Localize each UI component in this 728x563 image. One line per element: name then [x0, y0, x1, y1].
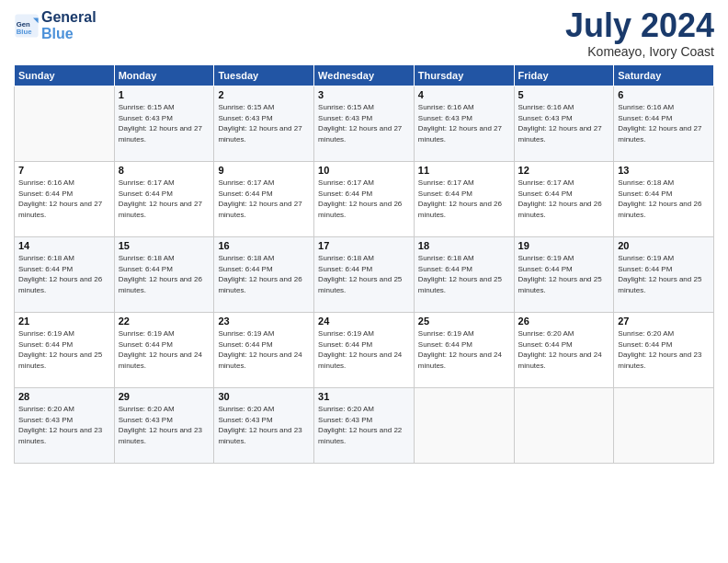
day-number: 29	[119, 391, 210, 402]
day-info: Sunrise: 6:19 AMSunset: 6:44 PMDaylight:…	[518, 253, 610, 295]
calendar-cell: 28Sunrise: 6:20 AMSunset: 6:43 PMDayligh…	[15, 388, 115, 464]
day-number: 3	[318, 89, 410, 100]
calendar-cell: 31Sunrise: 6:20 AMSunset: 6:43 PMDayligh…	[314, 388, 415, 464]
day-info: Sunrise: 6:15 AMSunset: 6:43 PMDaylight:…	[119, 102, 210, 144]
day-header-thursday: Thursday	[414, 65, 514, 86]
calendar-cell: 11Sunrise: 6:17 AMSunset: 6:44 PMDayligh…	[414, 162, 514, 237]
calendar-cell: 26Sunrise: 6:20 AMSunset: 6:44 PMDayligh…	[514, 313, 614, 388]
day-number: 18	[418, 240, 510, 251]
calendar-cell: 29Sunrise: 6:20 AMSunset: 6:43 PMDayligh…	[114, 388, 214, 464]
day-info: Sunrise: 6:20 AMSunset: 6:43 PMDaylight:…	[318, 404, 410, 446]
calendar-week-4: 21Sunrise: 6:19 AMSunset: 6:44 PMDayligh…	[15, 313, 714, 388]
day-number: 31	[318, 391, 410, 402]
day-number: 19	[518, 240, 610, 251]
calendar-cell: 2Sunrise: 6:15 AMSunset: 6:43 PMDaylight…	[214, 86, 314, 162]
calendar-cell: 10Sunrise: 6:17 AMSunset: 6:44 PMDayligh…	[314, 162, 415, 237]
day-info: Sunrise: 6:18 AMSunset: 6:44 PMDaylight:…	[418, 253, 510, 295]
calendar-cell: 27Sunrise: 6:20 AMSunset: 6:44 PMDayligh…	[614, 313, 714, 388]
calendar-cell: 14Sunrise: 6:18 AMSunset: 6:44 PMDayligh…	[15, 237, 115, 313]
day-info: Sunrise: 6:20 AMSunset: 6:44 PMDaylight:…	[518, 328, 610, 371]
day-info: Sunrise: 6:15 AMSunset: 6:43 PMDaylight:…	[218, 102, 310, 144]
day-info: Sunrise: 6:17 AMSunset: 6:44 PMDaylight:…	[518, 178, 610, 220]
day-number: 22	[119, 316, 210, 327]
day-number: 11	[418, 165, 510, 176]
calendar-cell: 3Sunrise: 6:15 AMSunset: 6:43 PMDaylight…	[314, 86, 415, 162]
calendar-week-5: 28Sunrise: 6:20 AMSunset: 6:43 PMDayligh…	[15, 388, 714, 464]
day-info: Sunrise: 6:18 AMSunset: 6:44 PMDaylight:…	[618, 178, 710, 220]
day-number: 23	[218, 316, 310, 327]
logo: Gen Blue General Blue	[14, 9, 97, 41]
calendar-cell: 13Sunrise: 6:18 AMSunset: 6:44 PMDayligh…	[614, 162, 714, 237]
day-number: 24	[318, 316, 410, 327]
day-info: Sunrise: 6:16 AMSunset: 6:43 PMDaylight:…	[518, 102, 610, 144]
day-info: Sunrise: 6:18 AMSunset: 6:44 PMDaylight:…	[119, 253, 210, 295]
calendar-cell	[414, 388, 514, 464]
calendar-cell: 15Sunrise: 6:18 AMSunset: 6:44 PMDayligh…	[114, 237, 214, 313]
calendar-cell: 16Sunrise: 6:18 AMSunset: 6:44 PMDayligh…	[214, 237, 314, 313]
day-info: Sunrise: 6:16 AMSunset: 6:44 PMDaylight:…	[618, 102, 710, 144]
svg-text:Blue: Blue	[17, 28, 32, 36]
day-number: 6	[618, 89, 710, 100]
logo-text-line2: Blue	[41, 26, 97, 42]
day-info: Sunrise: 6:15 AMSunset: 6:43 PMDaylight:…	[318, 102, 410, 144]
day-number: 14	[18, 240, 110, 251]
day-number: 21	[18, 316, 110, 327]
day-number: 25	[418, 316, 510, 327]
day-number: 15	[119, 240, 210, 251]
day-info: Sunrise: 6:17 AMSunset: 6:44 PMDaylight:…	[418, 178, 510, 220]
day-info: Sunrise: 6:18 AMSunset: 6:44 PMDaylight:…	[218, 253, 310, 295]
calendar-cell: 5Sunrise: 6:16 AMSunset: 6:43 PMDaylight…	[514, 86, 614, 162]
calendar-cell: 8Sunrise: 6:17 AMSunset: 6:44 PMDaylight…	[114, 162, 214, 237]
day-info: Sunrise: 6:19 AMSunset: 6:44 PMDaylight:…	[119, 328, 210, 371]
day-header-wednesday: Wednesday	[314, 65, 415, 86]
calendar-cell: 18Sunrise: 6:18 AMSunset: 6:44 PMDayligh…	[414, 237, 514, 313]
day-number: 13	[618, 165, 710, 176]
day-info: Sunrise: 6:19 AMSunset: 6:44 PMDaylight:…	[618, 253, 710, 295]
day-number: 30	[218, 391, 310, 402]
calendar-cell: 21Sunrise: 6:19 AMSunset: 6:44 PMDayligh…	[15, 313, 115, 388]
calendar-header-row: SundayMondayTuesdayWednesdayThursdayFrid…	[15, 65, 714, 86]
title-block: July 2024 Komeayo, Ivory Coast	[565, 9, 714, 59]
day-number: 16	[218, 240, 310, 251]
calendar-cell: 1Sunrise: 6:15 AMSunset: 6:43 PMDaylight…	[114, 86, 214, 162]
day-number: 27	[618, 316, 710, 327]
day-number: 1	[119, 89, 210, 100]
day-header-sunday: Sunday	[15, 65, 115, 86]
calendar-cell: 19Sunrise: 6:19 AMSunset: 6:44 PMDayligh…	[514, 237, 614, 313]
day-info: Sunrise: 6:20 AMSunset: 6:43 PMDaylight:…	[218, 404, 310, 446]
day-info: Sunrise: 6:20 AMSunset: 6:43 PMDaylight:…	[119, 404, 210, 446]
day-number: 26	[518, 316, 610, 327]
calendar-week-1: 1Sunrise: 6:15 AMSunset: 6:43 PMDaylight…	[15, 86, 714, 162]
calendar-cell	[614, 388, 714, 464]
day-info: Sunrise: 6:20 AMSunset: 6:43 PMDaylight:…	[18, 404, 110, 446]
day-info: Sunrise: 6:18 AMSunset: 6:44 PMDaylight:…	[318, 253, 410, 295]
month-title: July 2024	[565, 9, 714, 42]
calendar-cell: 4Sunrise: 6:16 AMSunset: 6:43 PMDaylight…	[414, 86, 514, 162]
day-info: Sunrise: 6:20 AMSunset: 6:44 PMDaylight:…	[618, 328, 710, 371]
day-number: 12	[518, 165, 610, 176]
day-info: Sunrise: 6:17 AMSunset: 6:44 PMDaylight:…	[318, 178, 410, 220]
day-number: 17	[318, 240, 410, 251]
calendar-cell	[15, 86, 115, 162]
day-info: Sunrise: 6:19 AMSunset: 6:44 PMDaylight:…	[418, 328, 510, 371]
day-info: Sunrise: 6:19 AMSunset: 6:44 PMDaylight:…	[218, 328, 310, 371]
calendar-week-2: 7Sunrise: 6:16 AMSunset: 6:44 PMDaylight…	[15, 162, 714, 237]
day-info: Sunrise: 6:19 AMSunset: 6:44 PMDaylight:…	[18, 328, 110, 371]
calendar-cell: 17Sunrise: 6:18 AMSunset: 6:44 PMDayligh…	[314, 237, 415, 313]
day-info: Sunrise: 6:17 AMSunset: 6:44 PMDaylight:…	[119, 178, 210, 220]
calendar-table: SundayMondayTuesdayWednesdayThursdayFrid…	[14, 64, 714, 464]
calendar-cell: 7Sunrise: 6:16 AMSunset: 6:44 PMDaylight…	[15, 162, 115, 237]
day-number: 10	[318, 165, 410, 176]
day-header-tuesday: Tuesday	[214, 65, 314, 86]
calendar-cell: 24Sunrise: 6:19 AMSunset: 6:44 PMDayligh…	[314, 313, 415, 388]
calendar-week-3: 14Sunrise: 6:18 AMSunset: 6:44 PMDayligh…	[15, 237, 714, 313]
calendar-cell: 12Sunrise: 6:17 AMSunset: 6:44 PMDayligh…	[514, 162, 614, 237]
day-info: Sunrise: 6:18 AMSunset: 6:44 PMDaylight:…	[18, 253, 110, 295]
calendar-cell: 6Sunrise: 6:16 AMSunset: 6:44 PMDaylight…	[614, 86, 714, 162]
calendar-cell: 22Sunrise: 6:19 AMSunset: 6:44 PMDayligh…	[114, 313, 214, 388]
day-header-monday: Monday	[114, 65, 214, 86]
day-header-friday: Friday	[514, 65, 614, 86]
day-info: Sunrise: 6:16 AMSunset: 6:43 PMDaylight:…	[418, 102, 510, 144]
day-number: 8	[119, 165, 210, 176]
day-number: 2	[218, 89, 310, 100]
